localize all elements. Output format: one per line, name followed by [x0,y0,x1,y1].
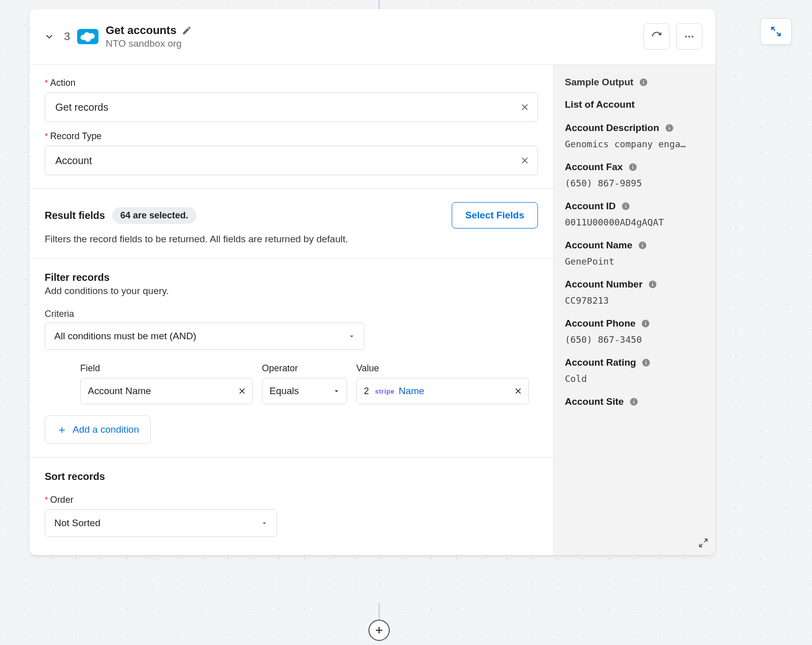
sample-field-label: Account ID [565,201,616,212]
sample-field-label: Account Site [565,396,624,407]
info-icon[interactable] [629,397,639,407]
sample-field-value: (650) 867-9895 [565,178,704,188]
svg-point-3 [85,37,91,42]
sample-field-row: Account Phone [565,318,704,329]
action-value: Get records [55,102,108,113]
svg-rect-20 [669,126,670,127]
info-icon[interactable] [641,358,651,368]
action-label: Action [45,78,538,88]
action-select[interactable]: Get records [45,92,538,122]
svg-rect-40 [633,401,634,404]
sample-field-row: Account Fax [565,162,704,173]
order-dropdown[interactable]: Not Sorted [45,509,277,537]
clear-icon[interactable] [520,103,529,112]
order-value: Not Sorted [54,518,100,529]
svg-rect-16 [643,82,644,84]
sample-field-row: Account ID [565,201,704,212]
sample-field-label: Account Description [565,122,659,134]
clear-icon[interactable] [520,156,529,165]
more-actions-button[interactable] [676,23,702,50]
info-icon[interactable] [664,123,674,133]
info-icon[interactable] [621,201,631,211]
sample-field-label: Account Rating [565,357,636,368]
sample-field-value: Cold [565,373,704,384]
result-fields-description: Filters the record fields to be returned… [45,234,538,245]
select-fields-button[interactable]: Select Fields [452,202,538,229]
add-condition-button[interactable]: ＋ Add a condition [45,415,151,444]
condition-field-input[interactable]: Account Name [80,378,253,404]
step-subtitle: NTO sandbox org [106,38,191,49]
value-field-name: Name [398,385,424,397]
filter-subtitle: Add conditions to your query. [45,285,538,297]
sample-field-value: CC978213 [565,295,704,306]
info-icon[interactable] [640,318,651,329]
sample-output-title: Sample Output [565,77,633,88]
sample-field-row: Account Name [565,240,704,251]
svg-rect-34 [646,323,647,326]
sample-field-row: Account Number [565,279,704,290]
condition-value-input[interactable]: 2 stripe Name [356,378,529,404]
record-type-value: Account [55,155,92,167]
column-field-label: Field [80,363,253,374]
clear-icon[interactable] [514,387,522,395]
salesforce-logo-icon [77,29,98,44]
svg-rect-29 [642,243,643,244]
caret-down-icon [348,332,356,340]
sort-section: Sort records Order Not Sorted [29,458,553,555]
svg-rect-38 [646,361,647,362]
svg-rect-41 [633,400,634,401]
condition-operator-dropdown[interactable]: Equals [262,378,347,404]
info-icon[interactable] [638,77,649,87]
add-step-button[interactable] [368,620,390,641]
info-icon[interactable] [637,240,648,250]
svg-rect-28 [642,245,643,247]
refresh-button[interactable] [644,23,670,50]
chevron-down-icon[interactable] [44,31,55,42]
info-icon[interactable] [648,279,658,289]
condition-operator-value: Equals [269,385,299,397]
criteria-value: All conditions must be met (AND) [54,331,196,342]
svg-rect-31 [652,284,653,286]
sample-field-label: Account Name [565,240,632,251]
sample-field-value: (650) 867-3450 [565,334,704,345]
add-condition-label: Add a condition [73,424,139,435]
sample-list-title: List of Account [565,99,704,110]
svg-rect-22 [632,167,633,169]
svg-rect-32 [652,282,653,283]
result-fields-title: Result fields [45,210,105,221]
column-value-label: Value [356,363,529,374]
info-icon[interactable] [628,162,638,172]
plus-icon: ＋ [56,422,67,437]
collapse-panel-button[interactable] [760,18,792,45]
sample-output-panel: Sample Output List of Account Account De… [553,64,716,555]
sort-title: Sort records [45,471,538,482]
value-source-badge: stripe [375,388,394,395]
sample-field-value: 0011U00000AD4gAQAT [565,217,704,228]
step-number: 3 [64,30,70,43]
criteria-label: Criteria [45,309,538,319]
order-label: Order [45,495,538,505]
pencil-icon[interactable] [182,25,192,36]
sample-field-label: Account Phone [565,318,635,329]
step-card: 3 Get accounts NTO sandbox org [29,9,716,555]
condition-row: Field Account Name Operator Eq [80,363,538,404]
record-type-select[interactable]: Account [45,146,538,175]
result-fields-section: Result fields 64 are selected. Select Fi… [29,189,553,259]
sample-field-row: Account Site [565,396,704,407]
caret-down-icon [260,519,268,527]
svg-rect-35 [646,321,647,322]
column-operator-label: Operator [262,363,347,374]
criteria-dropdown[interactable]: All conditions must be met (AND) [45,322,364,350]
svg-point-6 [692,36,694,38]
svg-rect-25 [626,206,627,208]
sample-field-value: GenePoint [565,256,704,267]
card-header: 3 Get accounts NTO sandbox org [29,9,716,64]
action-section: Action Get records Record Type Account [29,64,553,189]
svg-rect-23 [632,165,633,166]
svg-point-4 [685,36,687,38]
clear-icon[interactable] [238,387,246,395]
svg-rect-19 [669,127,670,130]
value-step-number: 2 [364,386,369,397]
expand-icon[interactable] [698,538,708,548]
sample-field-label: Account Fax [565,162,623,173]
